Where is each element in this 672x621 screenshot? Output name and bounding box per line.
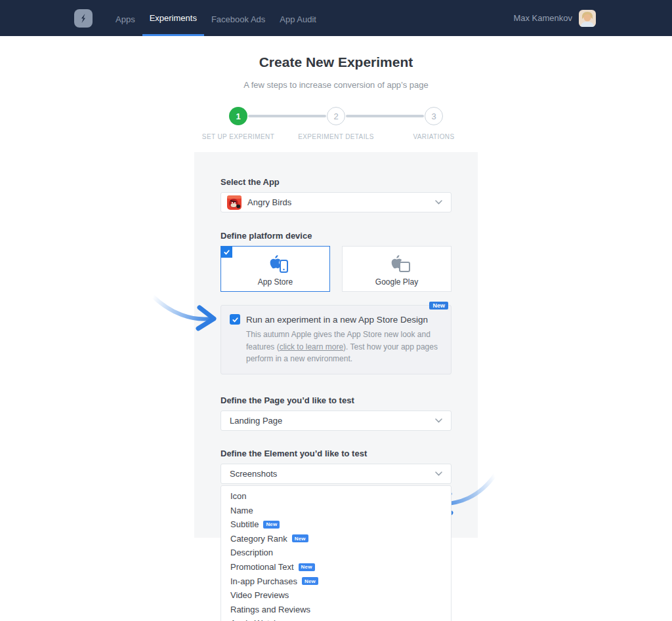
new-badge: New <box>299 563 315 571</box>
element-select-label: Define the Element you’d like to test <box>220 449 452 458</box>
new-badge: New <box>292 534 308 542</box>
chevron-down-icon <box>435 471 442 476</box>
nav-item-apps[interactable]: Apps <box>108 0 142 36</box>
element-option-category-rank[interactable]: Category RankNew <box>221 532 451 546</box>
element-option-label: Promotional Text <box>230 562 294 572</box>
new-badge: New <box>302 577 318 585</box>
step-1: 1 SET UP EXPERIMENT <box>229 107 247 125</box>
page-select-label: Define the Page you’d like to test <box>220 395 452 405</box>
app-select[interactable]: Angry Birds <box>220 192 452 212</box>
app-select-value: Angry Birds <box>247 197 291 207</box>
platform-card-app-store[interactable]: App Store <box>220 246 330 292</box>
element-option-label: Subtitle <box>230 519 259 529</box>
platform-card-google-play[interactable]: Google Play <box>342 246 452 292</box>
stepper: 1 SET UP EXPERIMENT 2 EXPERIMENT DETAILS… <box>0 107 672 125</box>
element-option-icon[interactable]: Icon <box>221 489 451 504</box>
platform-card-label: Google Play <box>375 277 418 287</box>
nav-items: AppsExperimentsFacebook AdsApp Audit <box>108 0 324 36</box>
page: AppsExperimentsFacebook AdsApp Audit Max… <box>0 0 672 621</box>
step-3: 3 VARIATIONS <box>425 107 443 125</box>
user-name[interactable]: Max Kamenkov <box>513 13 572 23</box>
element-select-value: Screenshots <box>230 469 277 479</box>
navbar: AppsExperimentsFacebook AdsApp Audit Max… <box>0 0 672 36</box>
app-select-label: Select the App <box>220 177 452 187</box>
nav-user-area: Max Kamenkov <box>513 0 596 36</box>
element-option-label: Ratings and Reviews <box>230 605 310 614</box>
platform-options: App Store Google Play <box>220 246 452 292</box>
new-badge: New <box>429 302 448 310</box>
form-panel: Select the App Angry Birds <box>194 152 478 538</box>
learn-more-link[interactable]: click to learn more <box>280 342 343 351</box>
element-option-label: Video Previews <box>230 590 289 600</box>
chevron-down-icon <box>435 418 442 423</box>
page-title: Create New Experiment <box>0 54 672 70</box>
step-connector <box>346 115 424 117</box>
page-select[interactable]: Landing Page <box>220 411 452 431</box>
step-2-label: EXPERIMENT DETAILS <box>298 133 374 140</box>
step-3-circle: 3 <box>425 107 443 125</box>
element-option-ratings-and-reviews[interactable]: Ratings and Reviews <box>221 603 451 617</box>
new-design-checkbox-label[interactable]: Run an experiment in a new App Store Des… <box>246 315 428 325</box>
nav-item-app-audit[interactable]: App Audit <box>272 0 324 36</box>
step-3-label: VARIATIONS <box>413 133 454 140</box>
element-option-label: Description <box>230 548 273 557</box>
step-2-circle: 2 <box>327 107 345 125</box>
platform-label: Define platform device <box>220 231 452 241</box>
element-option-subtitle[interactable]: SubtitleNew <box>221 517 451 532</box>
step-2: 2 EXPERIMENT DETAILS <box>327 107 345 125</box>
chevron-down-icon <box>435 200 442 205</box>
new-app-store-design-box: New Run an experiment in a new App Store… <box>220 305 452 374</box>
user-avatar[interactable] <box>579 10 596 27</box>
element-option-label: In-app Purchases <box>230 576 297 586</box>
element-option-description[interactable]: Description <box>221 546 451 560</box>
page-subtitle: A few steps to increase conversion of ap… <box>0 80 672 90</box>
element-option-label: Apple Watch <box>230 618 278 621</box>
element-select[interactable]: Screenshots <box>220 464 452 484</box>
page-select-value: Landing Page <box>230 416 282 426</box>
element-option-label: Category Rank <box>230 534 287 544</box>
angry-birds-app-icon <box>227 195 242 210</box>
element-option-label: Icon <box>230 491 247 501</box>
new-design-description: This autumn Apple gives the App Store ne… <box>246 329 442 365</box>
nav-item-experiments[interactable]: Experiments <box>142 0 204 36</box>
element-option-video-previews[interactable]: Video Previews <box>221 588 451 603</box>
platform-card-label: App Store <box>258 277 293 287</box>
element-option-in-app-purchases[interactable]: In-app PurchasesNew <box>221 574 451 588</box>
element-option-name[interactable]: Name <box>221 503 451 517</box>
checked-checkbox-icon[interactable] <box>230 314 240 325</box>
apple-tablet-icon <box>384 251 410 276</box>
element-option-promotional-text[interactable]: Promotional TextNew <box>221 560 451 574</box>
step-connector <box>248 115 326 117</box>
element-option-label: Name <box>230 506 253 515</box>
splitmetrics-logo-icon[interactable] <box>74 9 93 28</box>
checked-checkbox-icon[interactable] <box>221 247 232 258</box>
new-badge: New <box>263 521 280 529</box>
step-1-label: SET UP EXPERIMENT <box>202 133 274 140</box>
step-1-circle: 1 <box>229 107 247 125</box>
apple-phone-icon <box>262 251 289 276</box>
element-options-list: IconNameSubtitleNewCategory RankNewDescr… <box>220 485 452 621</box>
element-option-apple-watch[interactable]: Apple Watch <box>221 616 451 621</box>
nav-item-facebook-ads[interactable]: Facebook Ads <box>204 0 272 36</box>
